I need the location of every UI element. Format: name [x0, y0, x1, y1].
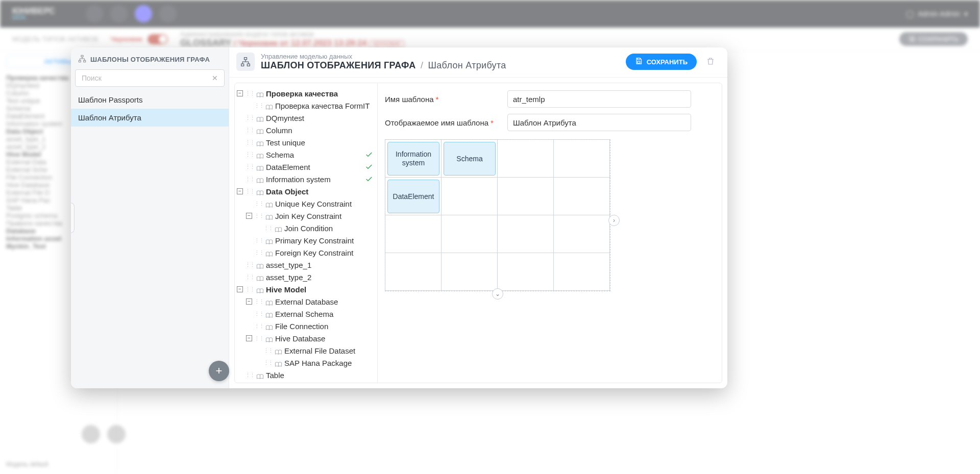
tree-node[interactable]: ⋮⋮Information system — [237, 173, 375, 185]
grid-cell[interactable] — [498, 178, 554, 215]
drag-handle-icon[interactable]: ⋮⋮ — [263, 360, 273, 366]
grid-card[interactable]: Schema — [444, 142, 496, 176]
save-icon — [635, 57, 643, 66]
drag-handle-icon[interactable]: ⋮⋮ — [245, 90, 254, 97]
book-icon — [265, 103, 273, 109]
tree-node[interactable]: ⋮⋮Проверка качества FormIT — [246, 99, 375, 112]
tree-node[interactable]: ⋮⋮Postgres schema — [237, 381, 375, 383]
tree-node[interactable]: ⋮⋮Foreign Key Constraint — [246, 246, 375, 259]
tree-node[interactable]: ⋮⋮DQmyntest — [237, 112, 375, 124]
tree-node[interactable]: −⋮⋮Hive Database — [246, 332, 375, 344]
drag-handle-icon[interactable]: ⋮⋮ — [254, 335, 263, 342]
grid-cell[interactable] — [554, 178, 610, 215]
grid-cell[interactable] — [554, 140, 610, 178]
expand-right-button[interactable]: › — [608, 215, 620, 226]
tree-node[interactable]: ⋮⋮DataElement — [237, 161, 375, 173]
drag-handle-icon[interactable]: ⋮⋮ — [245, 139, 254, 146]
drag-handle-icon[interactable]: ⋮⋮ — [254, 213, 263, 219]
tree-node[interactable]: −⋮⋮Проверка качества — [237, 87, 375, 99]
drag-handle-icon[interactable]: ⋮⋮ — [245, 262, 254, 268]
asset-type-tree[interactable]: −⋮⋮Проверка качества⋮⋮Проверка качества … — [235, 83, 378, 383]
brand-sub: DATA — [12, 15, 55, 20]
grid-cell[interactable] — [498, 253, 554, 291]
drag-handle-icon[interactable]: ⋮⋮ — [263, 225, 273, 232]
tree-node[interactable]: ⋮⋮External Schema — [246, 308, 375, 320]
save-button[interactable]: СОХРАНИТЬ — [626, 54, 697, 70]
delete-button[interactable] — [703, 56, 718, 68]
grid-cell[interactable]: Schema — [442, 140, 498, 178]
drag-handle-icon[interactable]: ⋮⋮ — [245, 164, 254, 170]
tree-node-label: asset_type_2 — [266, 273, 311, 282]
grid-card[interactable]: DataElement — [387, 180, 439, 213]
template-list-item[interactable]: Шаблон Passports — [71, 91, 229, 109]
drag-handle-icon[interactable]: ⋮⋮ — [254, 311, 263, 317]
tree-node[interactable]: ⋮⋮Test unique — [237, 136, 375, 148]
tree-node-label: DataElement — [266, 163, 310, 171]
drag-handle-icon[interactable]: ⋮⋮ — [263, 347, 273, 354]
tree-node[interactable]: ⋮⋮Primary Key Constraint — [246, 234, 375, 246]
grid-cell[interactable] — [554, 215, 610, 253]
grid-cell[interactable] — [498, 215, 554, 253]
grid-cell[interactable]: Information system — [385, 140, 442, 178]
grid-cell[interactable] — [385, 253, 442, 291]
book-icon — [256, 262, 264, 268]
drag-handle-icon[interactable]: ⋮⋮ — [245, 115, 254, 121]
tree-node[interactable]: ⋮⋮External File Dataset — [255, 344, 375, 357]
drag-handle-icon[interactable]: ⋮⋮ — [254, 103, 263, 109]
collapse-icon[interactable]: − — [237, 90, 243, 96]
tree-node[interactable]: ⋮⋮SAP Hana Package — [255, 357, 375, 369]
tree-node[interactable]: ⋮⋮Schema — [237, 148, 375, 161]
collapse-icon[interactable]: − — [237, 188, 243, 194]
tree-node[interactable]: ⋮⋮Unique Key Constraint — [246, 197, 375, 210]
drag-handle-icon[interactable]: ⋮⋮ — [254, 323, 263, 330]
tree-node-label: External Database — [275, 297, 338, 306]
grid-cell[interactable] — [498, 140, 554, 178]
tree-node-label: Primary Key Constraint — [275, 236, 354, 245]
grid-cell[interactable]: DataElement — [385, 178, 442, 215]
grid-cell[interactable] — [385, 215, 442, 253]
tree-node[interactable]: ⋮⋮Join Condition — [255, 222, 375, 234]
tree-node[interactable]: −⋮⋮Data Object — [237, 185, 375, 197]
drag-handle-icon[interactable]: ⋮⋮ — [245, 188, 254, 195]
search-clear-button[interactable]: ✕ — [209, 74, 221, 82]
tree-node[interactable]: ⋮⋮asset_type_1 — [237, 259, 375, 271]
drag-handle-icon[interactable]: ⋮⋮ — [245, 176, 254, 183]
collapse-icon[interactable]: − — [246, 298, 252, 305]
tree-node[interactable]: −⋮⋮Hive Model — [237, 283, 375, 295]
collapse-icon[interactable]: − — [246, 335, 252, 341]
drag-handle-icon[interactable]: ⋮⋮ — [254, 201, 263, 207]
drag-handle-icon[interactable]: ⋮⋮ — [245, 274, 254, 281]
tree-node[interactable]: −⋮⋮Join Key Constraint — [246, 210, 375, 222]
collapse-handle[interactable] — [71, 203, 75, 233]
grid-cell[interactable] — [554, 253, 610, 291]
drag-handle-icon[interactable]: ⋮⋮ — [245, 152, 254, 158]
tree-node[interactable]: ⋮⋮asset_type_2 — [237, 271, 375, 283]
grid-card[interactable]: Information system — [387, 142, 439, 176]
crumb-main: GLOSSARY — [180, 38, 231, 48]
drag-handle-icon[interactable]: ⋮⋮ — [245, 286, 254, 293]
template-display-input[interactable] — [507, 114, 691, 131]
tree-node[interactable]: ⋮⋮File Connection — [246, 320, 375, 332]
expand-down-button[interactable]: ⌄ — [492, 288, 503, 300]
grid-cell[interactable] — [442, 253, 498, 291]
layout-grid[interactable]: Information systemSchemaDataElement — [385, 139, 610, 291]
tree-node[interactable]: −⋮⋮External Database — [246, 295, 375, 308]
backdrop-save-button: 🖫 СОХРАНИТЬ — [899, 32, 968, 46]
add-template-fab[interactable]: + — [209, 361, 229, 381]
collapse-icon[interactable]: − — [237, 286, 243, 292]
drag-handle-icon[interactable]: ⋮⋮ — [254, 298, 263, 305]
grid-cell[interactable] — [442, 178, 498, 215]
template-search[interactable]: ✕ — [75, 69, 225, 87]
drag-handle-icon[interactable]: ⋮⋮ — [254, 250, 263, 256]
template-search-input[interactable] — [81, 73, 211, 83]
drag-handle-icon[interactable]: ⋮⋮ — [245, 372, 254, 379]
drag-handle-icon[interactable]: ⋮⋮ — [245, 127, 254, 134]
drag-handle-icon[interactable]: ⋮⋮ — [254, 237, 263, 244]
tree-node[interactable]: ⋮⋮Table — [237, 369, 375, 381]
tree-node[interactable]: ⋮⋮Column — [237, 124, 375, 136]
book-icon — [265, 336, 273, 341]
collapse-icon[interactable]: − — [246, 213, 252, 219]
template-list-item[interactable]: Шаблон Атрибута — [71, 109, 229, 127]
template-name-input[interactable] — [507, 90, 691, 108]
grid-cell[interactable] — [442, 215, 498, 253]
